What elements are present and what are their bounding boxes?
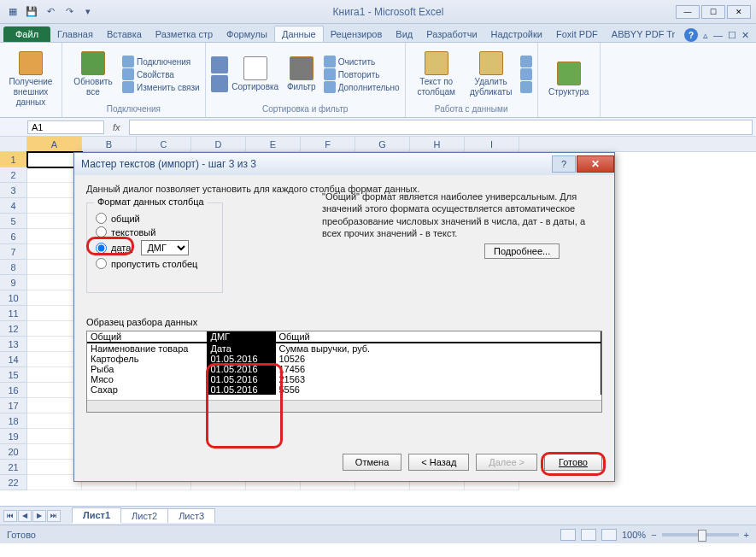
whatif-icon[interactable] (520, 81, 532, 93)
zoom-in-icon[interactable]: + (744, 530, 749, 540)
text-to-columns-button[interactable]: Текст по столбцам (411, 51, 462, 97)
row-header[interactable]: 4 (0, 198, 27, 214)
minimize-button[interactable]: — (676, 5, 700, 19)
date-format-select[interactable]: ДМГ (141, 240, 189, 255)
dialog-help-button[interactable]: ? (552, 155, 576, 173)
row-header[interactable]: 20 (0, 444, 27, 460)
col-header[interactable]: H (410, 137, 465, 151)
cancel-button[interactable]: Отмена (343, 454, 401, 471)
excel-icon[interactable]: ▦ (5, 4, 21, 20)
row-header[interactable]: 6 (0, 229, 27, 244)
normal-view-icon[interactable] (560, 529, 576, 541)
row-header[interactable]: 10 (0, 290, 27, 306)
row-header[interactable]: 21 (0, 460, 27, 475)
preview-col-header-selected[interactable]: ДМГ (207, 331, 275, 343)
get-external-data-button[interactable]: Получение внешних данных (5, 51, 56, 108)
refresh-all-button[interactable]: Обновить все (67, 51, 119, 97)
close-button[interactable]: ✕ (727, 5, 751, 19)
dialog-titlebar[interactable]: Мастер текстов (импорт) - шаг 3 из 3 ? ✕ (74, 153, 614, 175)
select-all-corner[interactable] (0, 137, 27, 151)
first-sheet-icon[interactable]: ⏮ (3, 510, 17, 522)
radio-skip[interactable]: пропустить столбец (96, 258, 214, 269)
row-header[interactable]: 5 (0, 214, 27, 229)
tab-data[interactable]: Данные (274, 26, 324, 42)
maximize-button[interactable]: ☐ (701, 5, 725, 19)
fx-icon[interactable]: fx (104, 122, 129, 132)
redo-icon[interactable]: ↷ (62, 4, 77, 20)
row-header[interactable]: 12 (0, 321, 27, 337)
col-header[interactable]: F (301, 137, 355, 151)
sheet-tab[interactable]: Лист3 (167, 508, 215, 523)
col-header[interactable]: G (355, 137, 410, 151)
tab-formulas[interactable]: Формулы (220, 26, 274, 42)
row-header[interactable]: 16 (0, 383, 27, 398)
row-header[interactable]: 7 (0, 244, 27, 260)
doc-restore-icon[interactable]: ☐ (728, 30, 736, 41)
prev-sheet-icon[interactable]: ◀ (18, 510, 32, 522)
back-button[interactable]: < Назад (408, 454, 469, 471)
col-header[interactable]: A (27, 137, 82, 151)
sort-asc-icon[interactable] (211, 56, 228, 73)
row-header[interactable]: 22 (0, 475, 27, 490)
doc-close-icon[interactable]: ✕ (741, 30, 749, 41)
row-header[interactable]: 3 (0, 183, 27, 198)
last-sheet-icon[interactable]: ⏭ (47, 510, 61, 522)
radio-text[interactable]: текстовый (96, 226, 214, 237)
data-preview[interactable]: Общий ДМГ Общий Наименование товараДатаС… (86, 331, 602, 413)
tab-addins[interactable]: Надстройки (484, 26, 549, 42)
zoom-out-icon[interactable]: − (651, 530, 656, 540)
tab-abbyy[interactable]: ABBYY PDF Tr (605, 26, 682, 42)
preview-col-header[interactable]: Общий (275, 331, 601, 343)
undo-icon[interactable]: ↶ (43, 4, 58, 20)
radio-general[interactable]: общий (96, 213, 214, 224)
finish-button[interactable]: Готово (544, 454, 602, 471)
sheet-tab[interactable]: Лист2 (120, 508, 168, 523)
zoom-level[interactable]: 100% (622, 530, 646, 540)
dialog-close-button[interactable]: ✕ (577, 155, 614, 173)
row-header[interactable]: 11 (0, 306, 27, 321)
doc-minimize-icon[interactable]: — (713, 30, 723, 40)
col-header[interactable]: E (246, 137, 301, 151)
tab-file[interactable]: Файл (3, 26, 50, 42)
col-header[interactable]: D (191, 137, 246, 151)
connections-button[interactable]: Подключения (122, 56, 200, 67)
outline-button[interactable]: Структура (543, 62, 595, 97)
tab-layout[interactable]: Разметка стр (149, 26, 220, 42)
page-layout-view-icon[interactable] (581, 529, 596, 541)
properties-button[interactable]: Свойства (122, 68, 200, 80)
row-header[interactable]: 1 (0, 152, 27, 167)
next-sheet-icon[interactable]: ▶ (32, 510, 46, 522)
row-header[interactable]: 9 (0, 275, 27, 290)
tab-view[interactable]: Вид (389, 26, 419, 42)
col-header[interactable]: C (137, 137, 191, 151)
name-box[interactable] (27, 120, 104, 134)
col-header[interactable]: B (82, 137, 137, 151)
sort-button[interactable]: Сортировка (231, 56, 279, 92)
help-icon[interactable]: ? (684, 28, 698, 42)
advanced-filter-button[interactable]: Дополнительно (324, 81, 400, 93)
ribbon-collapse-icon[interactable]: ▵ (703, 30, 708, 41)
zoom-slider[interactable] (662, 533, 739, 536)
edit-links-button[interactable]: Изменить связи (122, 81, 200, 93)
sheet-tab[interactable]: Лист1 (72, 507, 121, 524)
row-header[interactable]: 15 (0, 367, 27, 383)
remove-duplicates-button[interactable]: Удалить дубликаты (466, 51, 517, 97)
row-header[interactable]: 13 (0, 337, 27, 352)
reapply-button[interactable]: Повторить (324, 68, 400, 80)
consolidate-icon[interactable] (520, 68, 532, 80)
tab-review[interactable]: Рецензиров (324, 26, 390, 42)
page-break-view-icon[interactable] (601, 529, 617, 541)
col-header[interactable]: I (465, 137, 519, 151)
radio-date[interactable]: дата: ДМГ (96, 240, 214, 255)
row-header[interactable]: 19 (0, 429, 27, 444)
qat-more-icon[interactable]: ▾ (80, 4, 96, 20)
details-button[interactable]: Подробнее... (484, 243, 560, 259)
row-header[interactable]: 2 (0, 167, 27, 183)
row-header[interactable]: 8 (0, 260, 27, 275)
row-header[interactable]: 18 (0, 413, 27, 429)
tab-foxit[interactable]: Foxit PDF (549, 26, 605, 42)
preview-scrollbar[interactable] (87, 400, 601, 412)
tab-insert[interactable]: Вставка (100, 26, 149, 42)
save-icon[interactable]: 💾 (24, 4, 39, 20)
validation-icon[interactable] (520, 56, 532, 67)
